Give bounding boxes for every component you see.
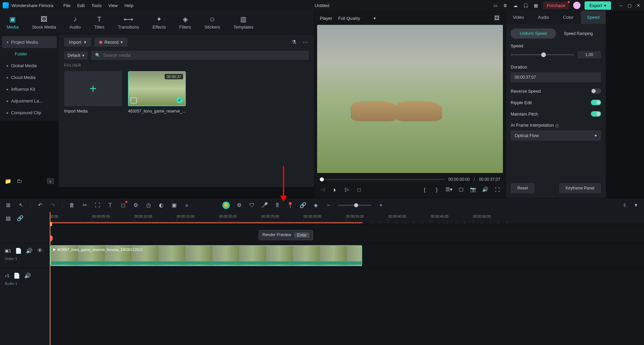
export-button[interactable]: Export ▾ [585, 1, 611, 10]
sidebar-influence-kit[interactable]: ▸Influence Kit [2, 83, 57, 95]
sidebar-project-media[interactable]: ▾Project Media [2, 36, 57, 48]
video-preview[interactable] [317, 25, 503, 173]
display-options-icon[interactable]: ☰▾ [446, 186, 452, 192]
sidebar-adjustment-layer[interactable]: ▸Adjustment La... [2, 95, 57, 107]
more-icon[interactable]: ⋯ [302, 39, 309, 46]
marker-nav-icon[interactable]: 📍 [287, 202, 294, 209]
tab-templates[interactable]: ▥Templates [233, 15, 253, 30]
snapshot-icon[interactable]: 🖼 [493, 15, 500, 21]
sidebar-cloud-media[interactable]: ▸Cloud Media [2, 72, 57, 83]
transform-icon[interactable]: ▣ [171, 202, 177, 209]
tab-stock-media[interactable]: 🖼Stock Media [32, 15, 56, 30]
scrubber-handle[interactable] [320, 177, 324, 181]
track-manager-icon[interactable]: ▤ [5, 215, 11, 221]
shield-icon[interactable]: 🛡 [249, 202, 255, 209]
duplicate-icon[interactable]: 📄 [15, 247, 22, 254]
ai-icon[interactable]: 😊 [222, 202, 230, 209]
playhead[interactable] [50, 212, 50, 345]
fullscreen-icon[interactable]: ⛶ [494, 186, 500, 192]
tab-filters[interactable]: ◈Filters [179, 15, 191, 30]
purchase-button[interactable]: Purchase [543, 2, 569, 9]
prop-tab-speed[interactable]: Speed [581, 11, 606, 24]
select-icon[interactable]: ↖ [17, 202, 24, 209]
stop-icon[interactable]: □ [356, 186, 362, 192]
reverse-toggle[interactable] [591, 88, 601, 94]
sidebar-compound-clip[interactable]: ▸Compound Clip [2, 107, 57, 119]
quality-dropdown[interactable]: Full Quality▾ [338, 16, 376, 21]
menu-tools[interactable]: Tools [91, 3, 101, 8]
timeline-ruler[interactable]: 00:0000:00:05:0000:00:10:0000:00:15:0000… [50, 212, 644, 224]
search-box[interactable]: 🔍 [91, 51, 309, 60]
cut-icon[interactable]: ✂ [81, 202, 88, 209]
audio-track[interactable] [50, 268, 644, 293]
camera-icon[interactable]: 📷 [470, 186, 476, 192]
keyframe-icon[interactable]: ◈ [312, 202, 319, 209]
zoom-slider[interactable] [338, 205, 372, 206]
volume-icon[interactable]: 🔊 [482, 186, 488, 192]
undo-icon[interactable]: ↶ [37, 202, 43, 209]
menu-view[interactable]: View [108, 3, 118, 8]
grid-icon[interactable]: ⊞ [5, 202, 11, 209]
slider-handle[interactable] [541, 52, 546, 57]
menu-file[interactable]: File [63, 3, 71, 8]
tab-speed-ramping[interactable]: Speed Ramping [556, 29, 601, 39]
tab-uniform-speed[interactable]: Uniform Speed [511, 29, 556, 39]
duplicate-icon[interactable]: 📄 [13, 272, 20, 279]
audio-mix-icon[interactable]: 🎚 [274, 202, 281, 209]
help-icon[interactable]: ? [555, 124, 559, 128]
new-bin-icon[interactable]: 🗀 [16, 178, 23, 184]
duration-input[interactable]: 00:00:37:07 [511, 72, 601, 82]
link-icon[interactable]: 🔗 [300, 202, 306, 209]
mic-icon[interactable]: 🎤 [261, 202, 268, 209]
sort-dropdown[interactable]: Default▾ [64, 51, 88, 59]
speed-value[interactable]: 1.00 [577, 51, 601, 58]
sidebar-global-media[interactable]: ▸Global Media [2, 60, 57, 72]
ai-interp-dropdown[interactable]: Optical Flow ▾ [511, 130, 601, 141]
reset-button[interactable]: Reset [511, 183, 534, 193]
tab-stickers[interactable]: ☺Stickers [205, 15, 220, 30]
text-icon[interactable]: T [107, 202, 114, 209]
audio-track-header[interactable]: ♪1 📄 🔊 Audio 1 [0, 268, 49, 293]
video-track-header[interactable]: ▣1 📄 🔊 👁 Video 1 [0, 243, 49, 268]
prop-tab-audio[interactable]: Audio [531, 11, 556, 24]
pitch-toggle[interactable] [591, 111, 601, 117]
search-input[interactable] [103, 53, 305, 58]
filter-icon[interactable]: ⚗ [291, 39, 297, 46]
zoom-handle[interactable] [354, 203, 358, 207]
save-icon[interactable]: 🗎 [503, 2, 509, 8]
import-button[interactable]: Import▾ [64, 38, 91, 47]
mark-in-icon[interactable]: { [422, 186, 428, 192]
display-mode-icon[interactable]: 🖵 [458, 186, 464, 192]
mute-icon[interactable]: 🔊 [24, 272, 31, 279]
track-options-icon[interactable]: ▾ [633, 202, 639, 209]
adjust-icon[interactable]: ⚙ [132, 202, 139, 209]
record-button[interactable]: Record▾ [94, 38, 128, 47]
record-vo-icon[interactable]: ◻ [120, 202, 126, 209]
play-step-icon[interactable]: ⏵ [332, 186, 338, 192]
link-tracks-icon[interactable]: 🔗 [17, 215, 24, 221]
media-clip-tile[interactable]: 00:00:37 ✓ 463057_lions_game_reserve_... [128, 71, 186, 114]
ripple-toggle[interactable] [591, 100, 601, 105]
more-tools-icon[interactable]: » [183, 202, 190, 209]
import-media-tile[interactable]: + Import Media [64, 71, 122, 114]
track-view-icon[interactable]: ⫴ [621, 202, 628, 209]
tab-transitions[interactable]: ⟷Transitions [118, 15, 139, 30]
render-icon[interactable]: ⚙ [236, 202, 243, 209]
device-icon[interactable]: ▭ [492, 2, 499, 8]
timeline-content[interactable]: 00:0000:00:05:0000:00:10:0000:00:15:0000… [50, 212, 644, 345]
speed-slider[interactable] [511, 54, 574, 55]
tab-media[interactable]: ▣Media [7, 15, 18, 30]
menu-edit[interactable]: Edit [77, 3, 85, 8]
keyframe-panel-button[interactable]: Keyframe Panel [559, 183, 601, 193]
play-icon[interactable]: ▷ [344, 186, 350, 192]
new-folder-icon[interactable]: 📁 [5, 178, 11, 184]
prop-tab-color[interactable]: Color [556, 11, 581, 24]
delete-icon[interactable]: 🗑 [69, 202, 75, 209]
collapse-sidebar-button[interactable]: ‹ [47, 178, 54, 184]
zoom-in-icon[interactable]: + [378, 202, 384, 209]
tab-effects[interactable]: ✦Effects [153, 15, 166, 30]
visibility-icon[interactable]: 👁 [37, 247, 43, 254]
mark-out-icon[interactable]: } [434, 186, 440, 192]
apps-icon[interactable]: ▦ [533, 2, 539, 8]
video-clip[interactable]: ▶463057_lions_game_reserve_lioness_19030… [50, 245, 362, 266]
